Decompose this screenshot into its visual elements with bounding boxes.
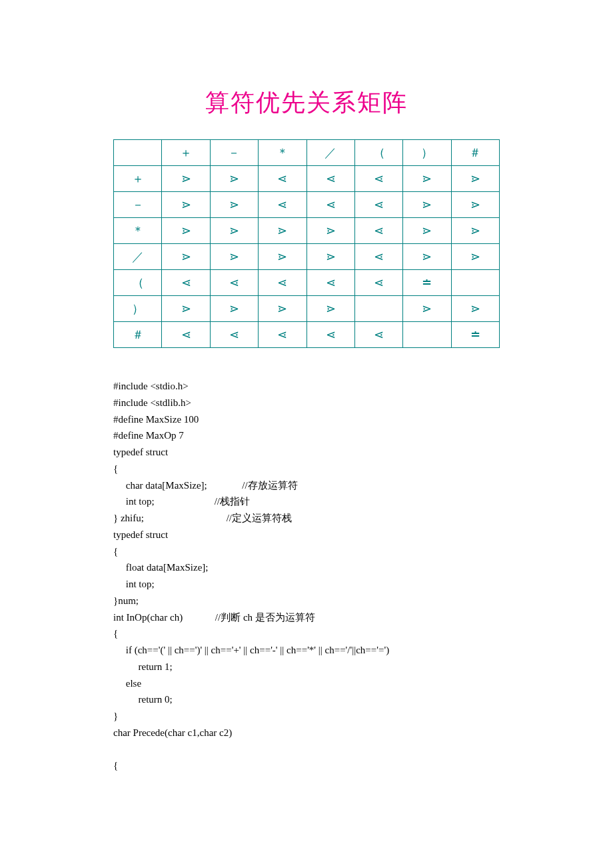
table-cell: ⋗ [162,166,210,192]
table-cell [403,322,451,348]
table-cell: ⋖ [306,192,354,218]
table-cell: ⋗ [210,166,258,192]
table-cell: ⋗ [451,244,499,270]
code-line: return 0; [113,694,173,705]
table-cell: ⋗ [306,296,354,322]
code-line: #define MaxOp 7 [113,430,184,441]
table-cell: ⋖ [306,322,354,348]
table-cell: ⋗ [403,218,451,244]
table-cell: ⋗ [210,192,258,218]
code-line: } [113,711,118,721]
table-cell: ⋗ [403,192,451,218]
table-cell: ⋗ [306,244,354,270]
table-cell: ⋗ [259,296,306,322]
table-cell: ⋗ [210,244,258,270]
table-row: ＊ ⋗ ⋗ ⋗ ⋗ ⋖ ⋗ ⋗ [114,218,500,244]
table-cell: ⋗ [259,244,306,270]
table-cell: － [210,140,258,166]
table-cell: ／ [306,140,354,166]
table-cell: ＋ [114,166,162,192]
code-line: float data[MaxSize]; [113,562,208,573]
code-line: #include <stdlib.h> [113,397,191,408]
page-title: 算符优先关系矩阵 [113,87,500,119]
code-line: #define MaxSize 100 [113,414,199,425]
table-row: ＃ ⋖ ⋖ ⋖ ⋖ ⋖ ≐ [114,322,500,348]
table-cell: ＊ [114,218,162,244]
table-cell: ⋖ [162,270,210,296]
table-cell: ⋗ [162,244,210,270]
table-cell: ／ [114,244,162,270]
table-cell: ⋗ [451,192,499,218]
table-cell: ⋖ [354,270,402,296]
table-cell: ） [403,140,451,166]
table-cell: ⋖ [259,322,306,348]
code-line: } zhifu; //定义运算符栈 [113,513,292,523]
code-line: int top; [113,579,155,589]
table-cell: ⋖ [162,322,210,348]
table-cell: ≐ [451,322,499,348]
code-line: int InOp(char ch) //判断 ch 是否为运算符 [113,612,315,623]
code-line: return 1; [113,661,173,672]
table-cell: ⋗ [403,296,451,322]
table-cell: ⋗ [451,296,499,322]
table-cell: ⋗ [403,166,451,192]
table-cell: － [114,192,162,218]
document-page: 算符优先关系矩阵 ＋ － ＊ ／ （ ） ＃ ＋ ⋗ ⋗ ⋖ ⋖ ⋖ ⋗ ⋗ －… [0,0,613,814]
table-cell: ＃ [451,140,499,166]
table-cell: ⋖ [354,218,402,244]
code-line: }num; [113,595,139,606]
table-row: － ⋗ ⋗ ⋖ ⋖ ⋖ ⋗ ⋗ [114,192,500,218]
table-cell: ⋗ [210,218,258,244]
table-cell: ⋖ [259,270,306,296]
code-line: #include <stdio.h> [113,381,189,391]
table-header-row: ＋ － ＊ ／ （ ） ＃ [114,140,500,166]
code-line: { [113,760,118,771]
code-line: char Precede(char c1,char c2) [113,727,232,738]
table-cell: ＃ [114,322,162,348]
table-cell: ⋗ [162,192,210,218]
table-cell: ⋗ [306,218,354,244]
table-row: ＋ ⋗ ⋗ ⋖ ⋖ ⋖ ⋗ ⋗ [114,166,500,192]
table-cell [114,140,162,166]
code-line: { [113,463,118,474]
table-cell: ⋖ [210,270,258,296]
table-cell: ⋖ [354,322,402,348]
table-cell: ⋖ [259,166,306,192]
table-cell: ⋗ [451,218,499,244]
table-cell: （ [114,270,162,296]
code-line: char data[MaxSize]; //存放运算符 [113,480,298,491]
table-cell: ⋖ [306,166,354,192]
table-cell: ⋖ [210,322,258,348]
table-cell [354,296,402,322]
precedence-matrix-table: ＋ － ＊ ／ （ ） ＃ ＋ ⋗ ⋗ ⋖ ⋖ ⋖ ⋗ ⋗ － ⋗ ⋗ ⋖ ⋖ … [113,139,500,348]
table-cell: ⋖ [259,192,306,218]
code-block: #include <stdio.h> #include <stdlib.h> #… [113,378,500,774]
code-line: if (ch=='(' || ch==')' || ch=='+' || ch=… [113,645,389,655]
table-cell: ⋖ [354,166,402,192]
table-row: ／ ⋗ ⋗ ⋗ ⋗ ⋖ ⋗ ⋗ [114,244,500,270]
code-line: typedef struct [113,529,168,540]
code-line: { [113,628,118,639]
code-line: else [113,678,141,689]
table-row: （ ⋖ ⋖ ⋖ ⋖ ⋖ ≐ [114,270,500,296]
code-line: int top; //栈指针 [113,496,250,507]
table-cell: ⋗ [162,218,210,244]
code-line: typedef struct [113,447,168,457]
table-cell: ⋗ [210,296,258,322]
table-cell: ⋖ [306,270,354,296]
table-cell: ⋗ [259,218,306,244]
table-cell: ⋖ [354,192,402,218]
code-line: { [113,546,118,557]
table-row: ） ⋗ ⋗ ⋗ ⋗ ⋗ ⋗ [114,296,500,322]
table-cell: ⋗ [451,166,499,192]
table-cell [451,270,499,296]
table-cell: ⋗ [403,244,451,270]
table-cell: ） [114,296,162,322]
table-cell: （ [354,140,402,166]
table-cell: ＊ [259,140,306,166]
table-cell: ＋ [162,140,210,166]
table-cell: ⋗ [162,296,210,322]
table-cell: ⋖ [354,244,402,270]
table-cell: ≐ [403,270,451,296]
